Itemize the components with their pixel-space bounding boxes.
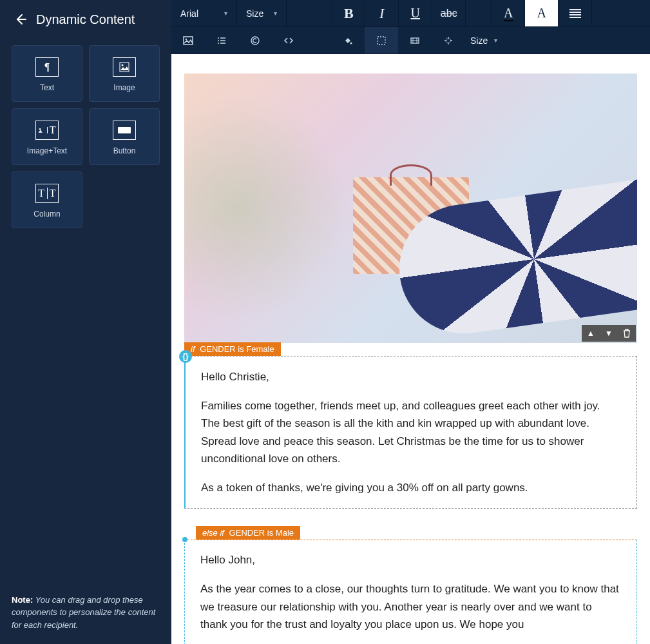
html-button[interactable] — [272, 27, 305, 54]
component-label: Button — [113, 146, 136, 155]
svg-point-16 — [350, 42, 352, 44]
dynamic-content-female[interactable]: Hello Christie, Families come together, … — [186, 356, 636, 508]
column-icon: TT — [35, 184, 59, 203]
dynamic-content-male[interactable]: Hello John, As the year comes to a close… — [185, 540, 636, 644]
padding-button[interactable] — [398, 27, 432, 54]
font-family-select[interactable]: Arial ▾ — [171, 0, 237, 26]
component-label: Column — [33, 210, 60, 219]
component-column[interactable]: TT Column — [12, 171, 82, 228]
elseif-condition-tag[interactable]: else if GENDER is Male — [196, 526, 300, 540]
spacing-button[interactable] — [432, 27, 465, 54]
svg-point-1 — [122, 64, 124, 66]
dynamic-block-female[interactable]: {} Hello Christie, Families come togethe… — [184, 356, 637, 509]
condition-text: GENDER is Male — [229, 528, 294, 538]
note-text: You can drag and drop these components t… — [12, 595, 155, 630]
note-label: Note: — [12, 595, 33, 605]
svg-rect-22 — [446, 39, 450, 43]
svg-point-15 — [251, 37, 259, 44]
size-label-text: Size — [470, 35, 488, 46]
underline-button[interactable]: U — [399, 0, 432, 26]
move-down-button[interactable]: ▼ — [600, 325, 618, 342]
border-dashed-button[interactable] — [365, 27, 398, 54]
text-style-group: B I U abc — [332, 0, 466, 26]
condition-keyword: else if — [202, 528, 224, 538]
copyright-button[interactable] — [238, 27, 272, 54]
brace-marker-icon[interactable]: {} — [179, 350, 192, 363]
body-paragraph: As a token of thanks, we're giving you a… — [201, 479, 621, 496]
editor-canvas[interactable]: ▲ ▼ if GENDER is Female {} Hello Christi… — [171, 54, 650, 644]
svg-rect-17 — [378, 37, 385, 44]
sidebar-header: Dynamic Content — [0, 0, 171, 39]
block-actions: ▲ ▼ — [582, 325, 636, 342]
font-size-label: Size — [246, 8, 263, 19]
sidebar-note: Note: You can drag and drop these compon… — [12, 594, 160, 632]
bold-button[interactable]: B — [332, 0, 365, 26]
font-family-value: Arial — [180, 8, 198, 19]
sidebar-title: Dynamic Content — [36, 12, 135, 27]
component-label: Image — [113, 83, 135, 92]
font-size-select[interactable]: Size ▾ — [237, 0, 287, 26]
hero-image[interactable]: ▲ ▼ — [184, 73, 637, 343]
body-paragraph: As the year comes to a close, our though… — [200, 580, 621, 633]
toolbar-text: Arial ▾ Size ▾ B I U abc A A — [171, 0, 650, 27]
sidebar: Dynamic Content ¶ Text Image T Image+Tex… — [0, 0, 171, 644]
component-imagetext[interactable]: T Image+Text — [12, 108, 82, 165]
component-image[interactable]: Image — [89, 45, 160, 102]
strikethrough-button[interactable]: abc — [432, 0, 466, 26]
condition-keyword: if — [191, 344, 195, 354]
component-text[interactable]: ¶ Text — [12, 45, 82, 102]
image-text-icon: T — [35, 121, 59, 140]
move-up-button[interactable]: ▲ — [582, 325, 600, 342]
block-size-select[interactable]: Size ▾ — [465, 35, 502, 46]
body-paragraph: Families come together, friends meet up,… — [201, 397, 621, 467]
background-color-button[interactable]: A — [525, 0, 559, 26]
dynamic-block-male[interactable]: Hello John, As the year comes to a close… — [184, 540, 637, 644]
fill-button[interactable] — [331, 27, 365, 54]
paragraph-icon: ¶ — [35, 57, 59, 77]
chevron-down-icon: ▾ — [224, 10, 227, 17]
svg-point-8 — [186, 38, 187, 39]
svg-point-11 — [218, 40, 219, 41]
component-label: Text — [40, 83, 54, 92]
greeting-text: Hello John, — [200, 551, 621, 569]
component-grid: ¶ Text Image T Image+Text Button TT Colu… — [0, 39, 171, 235]
svg-point-2 — [39, 128, 41, 130]
image-icon — [113, 57, 136, 77]
greeting-text: Hello Christie, — [201, 368, 621, 385]
condition-text: GENDER is Female — [200, 344, 274, 354]
chevron-down-icon: ▾ — [494, 37, 497, 44]
button-icon — [113, 121, 136, 140]
component-button[interactable]: Button — [89, 108, 160, 165]
svg-point-9 — [218, 37, 219, 39]
component-label: Image+Text — [27, 146, 67, 155]
if-condition-tag[interactable]: if GENDER is Female — [184, 342, 281, 356]
insert-image-button[interactable] — [171, 27, 205, 54]
italic-button[interactable]: I — [365, 0, 399, 26]
toolbar-insert: Size ▾ — [171, 27, 650, 54]
list-button[interactable] — [205, 27, 238, 54]
color-group: A A — [492, 0, 592, 26]
align-button[interactable] — [559, 0, 592, 26]
delete-button[interactable] — [618, 325, 636, 342]
main: Arial ▾ Size ▾ B I U abc A A — [171, 0, 650, 644]
font-color-button[interactable]: A — [492, 0, 525, 26]
back-arrow-button[interactable] — [13, 12, 28, 27]
svg-point-13 — [218, 43, 219, 44]
chevron-down-icon: ▾ — [274, 10, 277, 17]
